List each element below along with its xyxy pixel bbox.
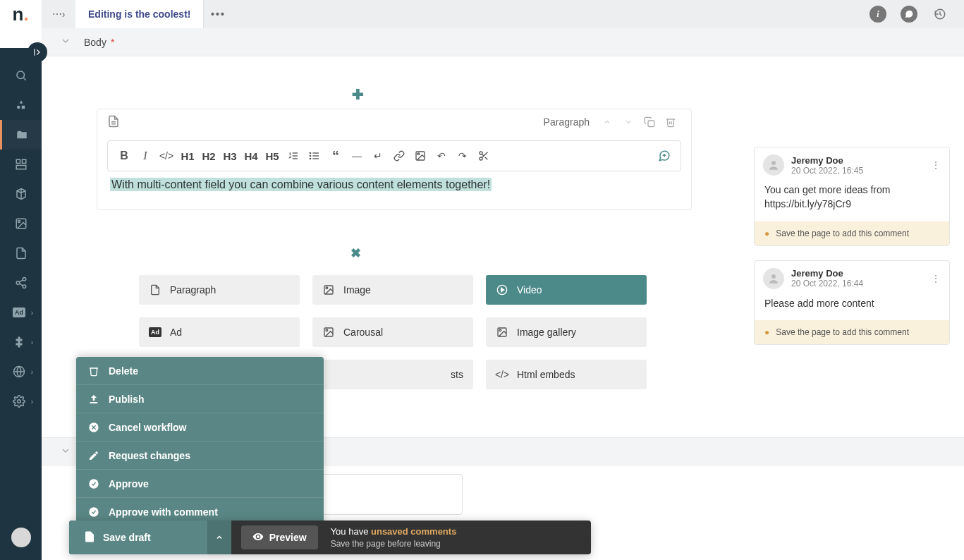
section-label: Body (84, 37, 106, 48)
warning-icon: ● (764, 327, 769, 337)
svg-point-53 (771, 161, 776, 165)
svg-point-16 (18, 400, 21, 403)
svg-point-12 (23, 285, 26, 288)
type-paragraph[interactable]: Paragraph (139, 275, 300, 305)
chevron-down-icon[interactable] (60, 445, 71, 458)
type-sts[interactable]: sts (312, 360, 473, 389)
modules-icon[interactable] (0, 179, 42, 209)
play-icon (496, 284, 508, 296)
comments-icon[interactable] (901, 6, 917, 23)
svg-line-1 (23, 78, 25, 80)
h2-button[interactable]: H2 (198, 145, 219, 166)
type-label: Image gallery (517, 327, 576, 338)
delete-icon[interactable] (663, 116, 678, 128)
share-icon[interactable] (0, 268, 42, 298)
globe-icon[interactable]: › (0, 357, 42, 386)
undo-button[interactable]: ↶ (431, 145, 452, 166)
avatar (763, 154, 784, 176)
save-menu-toggle[interactable] (207, 521, 231, 554)
sidebar-expand-toggle[interactable] (28, 42, 47, 62)
action-publish[interactable]: Publish (76, 385, 324, 413)
file-icon[interactable] (0, 238, 42, 268)
ad-icon[interactable]: Ad› (0, 298, 42, 327)
info-icon[interactable]: i (870, 6, 886, 23)
comment-card: Jeremy Doe 20 Oct 2022, 16:45 ⋮ You can … (754, 147, 950, 246)
redo-button[interactable]: ↷ (452, 145, 473, 166)
type-label: sts (451, 369, 463, 380)
copy-icon[interactable] (642, 116, 657, 128)
italic-button[interactable]: I (135, 145, 156, 166)
type-video[interactable]: Video (486, 275, 647, 305)
move-up-icon[interactable] (599, 118, 615, 126)
save-draft-button[interactable]: Save draft (83, 521, 207, 554)
svg-point-54 (771, 274, 776, 279)
layout-icon[interactable] (0, 150, 42, 179)
ordered-list-button[interactable] (283, 145, 304, 166)
code-button[interactable]: </> (156, 145, 177, 166)
hr-button[interactable]: — (346, 145, 367, 166)
sidebar: Ad› › › › (0, 48, 42, 560)
h5-button[interactable]: H5 (262, 145, 283, 166)
folder-icon[interactable] (0, 120, 42, 150)
type-image-gallery[interactable]: Image gallery (486, 317, 647, 347)
current-tab[interactable]: Editing is the coolest! (75, 0, 204, 28)
new-tab-button[interactable]: ••• (204, 8, 232, 20)
action-approve[interactable]: Approve (76, 470, 324, 498)
h1-button[interactable]: H1 (177, 145, 198, 166)
action-label: Approve with comment (109, 506, 218, 518)
type-html-embeds[interactable]: </>Html embeds (486, 360, 647, 389)
type-label: Paragraph (170, 284, 216, 296)
action-label: Approve (109, 478, 149, 489)
image-icon[interactable] (0, 209, 42, 238)
shapes-icon[interactable] (0, 90, 42, 120)
logo: n. (13, 4, 30, 20)
svg-point-9 (18, 221, 20, 223)
move-down-icon[interactable] (621, 118, 636, 126)
action-request-changes[interactable]: Request changes (76, 442, 324, 470)
save-actions-menu: Delete Publish Cancel workflow Request c… (76, 357, 324, 526)
highlighted-text: With multi-content field you can combine… (110, 178, 492, 191)
preview-button[interactable]: Preview (241, 525, 318, 549)
section-header: Body * (42, 28, 964, 56)
type-ad[interactable]: AdAd (139, 317, 300, 347)
comment-warn-text: Save the page to add this comment (776, 229, 909, 238)
image-icon (322, 284, 335, 296)
unordered-list-button[interactable] (304, 145, 325, 166)
comment-more-icon[interactable]: ⋮ (931, 159, 941, 171)
close-insert-button[interactable]: ✖ (350, 245, 361, 261)
quote-button[interactable]: “ (325, 145, 346, 166)
type-carousal[interactable]: Carousal (312, 317, 473, 347)
svg-point-52 (89, 507, 98, 516)
bold-button[interactable]: B (114, 145, 135, 166)
plugin-icon[interactable]: › (0, 327, 42, 357)
h3-button[interactable]: H3 (219, 145, 240, 166)
history-icon[interactable] (932, 6, 948, 23)
svg-point-51 (89, 479, 98, 488)
add-comment-button[interactable] (654, 145, 675, 166)
file-icon (149, 284, 161, 296)
svg-point-32 (480, 152, 482, 154)
type-image[interactable]: Image (312, 275, 473, 305)
user-avatar[interactable] (11, 528, 31, 547)
comment-more-icon[interactable]: ⋮ (931, 273, 941, 284)
block-type-label: Paragraph (544, 116, 590, 128)
settings-icon[interactable]: › (0, 386, 42, 416)
add-block-button[interactable]: ✚ (352, 86, 364, 103)
linebreak-button[interactable]: ↵ (367, 145, 389, 166)
svg-line-35 (485, 157, 488, 160)
h4-button[interactable]: H4 (240, 145, 262, 166)
chevron-down-icon[interactable] (60, 35, 71, 49)
action-delete[interactable]: Delete (76, 357, 324, 385)
svg-rect-20 (648, 121, 654, 127)
insert-image-button[interactable] (410, 145, 431, 166)
comment-body: You can get more ideas from https://bit.… (755, 178, 949, 221)
cut-button[interactable] (473, 145, 494, 166)
link-button[interactable] (389, 145, 410, 166)
svg-rect-47 (90, 402, 98, 403)
block-content[interactable]: With multi-content field you can combine… (110, 178, 678, 191)
type-label: Image (343, 284, 371, 296)
upload-icon (87, 394, 100, 405)
action-cancel-workflow[interactable]: Cancel workflow (76, 413, 324, 442)
search-icon[interactable] (0, 61, 42, 90)
tab-history-icon[interactable]: ⋯› (49, 4, 68, 24)
